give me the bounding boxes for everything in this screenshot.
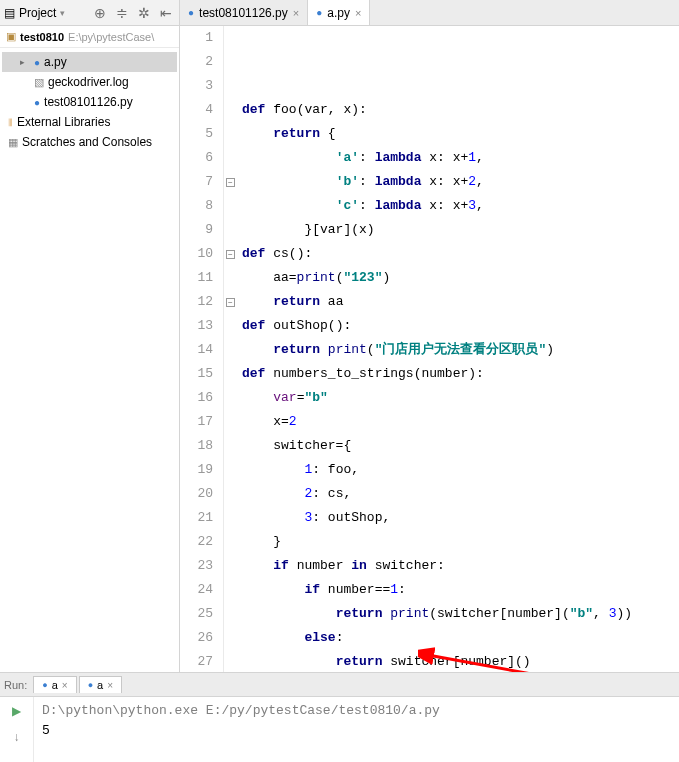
scroll-down-button[interactable]: ↓ (7, 727, 27, 747)
run-tab-label: a (97, 679, 103, 691)
library-icon: ⫴ (8, 116, 13, 129)
code-line[interactable]: def cs(): (242, 242, 679, 266)
code-line[interactable]: return print("门店用户无法查看分区职员") (242, 338, 679, 362)
project-name: test0810 (20, 31, 64, 43)
tree-root-scratches-and-consoles[interactable]: ▦Scratches and Consoles (2, 132, 177, 152)
project-tool-header: ▤ Project ▾ ⊕ ≑ ✲ ⇤ (0, 0, 179, 26)
fold-gutter: −−− (224, 26, 238, 672)
code-line[interactable]: 3: outShop, (242, 506, 679, 530)
code-line[interactable]: def numbers_to_strings(number): (242, 362, 679, 386)
code-area[interactable]: def foo(var, x): return { 'a': lambda x:… (238, 26, 679, 672)
fold-toggle[interactable]: − (226, 298, 235, 307)
code-line[interactable]: if number==1: (242, 578, 679, 602)
fold-toggle[interactable]: − (226, 250, 235, 259)
project-icon: ▤ (4, 6, 15, 20)
project-path: E:\py\pytestCase\ (68, 31, 154, 43)
tree-item-label: test08101126.py (44, 95, 133, 109)
code-line[interactable]: else: (242, 626, 679, 650)
code-line[interactable]: aa=print("123") (242, 266, 679, 290)
python-file-icon: ● (188, 7, 194, 18)
tree-root-external-libraries[interactable]: ⫴External Libraries (2, 112, 177, 132)
code-line[interactable]: x=2 (242, 410, 679, 434)
code-line[interactable]: 1: foo, (242, 458, 679, 482)
tree-item-label: Scratches and Consoles (22, 135, 152, 149)
code-line[interactable]: return aa (242, 290, 679, 314)
tree-item-a-py[interactable]: ▸●a.py (2, 52, 177, 72)
tab-label: test08101126.py (199, 6, 288, 20)
tab-label: a.py (327, 6, 350, 20)
tree-item-geckodriver-log[interactable]: ▧geckodriver.log (2, 72, 177, 92)
python-file-icon: ● (34, 97, 40, 108)
python-file-icon: ● (316, 7, 322, 18)
code-line[interactable]: return switcher[number]() (242, 650, 679, 672)
code-line[interactable]: def outShop(): (242, 314, 679, 338)
code-line[interactable]: var="b" (242, 386, 679, 410)
close-icon[interactable]: × (293, 7, 299, 19)
tree-item-test08101126-py[interactable]: ●test08101126.py (2, 92, 177, 112)
gear-icon[interactable]: ✲ (135, 4, 153, 22)
output-line: D:\python\python.exe E:/py/pytestCase/te… (42, 701, 671, 721)
code-line[interactable]: switcher={ (242, 434, 679, 458)
run-output[interactable]: D:\python\python.exe E:/py/pytestCase/te… (34, 697, 679, 762)
code-editor[interactable]: 1234567891011121314151617181920212223242… (180, 26, 679, 672)
target-icon[interactable]: ⊕ (91, 4, 109, 22)
code-line[interactable]: }[var](x) (242, 218, 679, 242)
tab-test08101126-py[interactable]: ●test08101126.py× (180, 0, 308, 25)
run-tab-label: a (52, 679, 58, 691)
run-tabs-bar: Run: ●a×●a× (0, 673, 679, 697)
expand-arrow-icon[interactable]: ▸ (20, 57, 30, 67)
run-tab-a[interactable]: ●a× (79, 676, 122, 693)
line-gutter: 1234567891011121314151617181920212223242… (180, 26, 224, 672)
project-sidebar: ▤ Project ▾ ⊕ ≑ ✲ ⇤ ▣ test0810 E:\py\pyt… (0, 0, 180, 672)
code-line[interactable]: } (242, 530, 679, 554)
close-icon[interactable]: × (62, 680, 68, 691)
editor-pane: ●test08101126.py×●a.py× 1234567891011121… (180, 0, 679, 672)
code-line[interactable]: 'c': lambda x: x+3, (242, 194, 679, 218)
output-line: 5 (42, 721, 671, 741)
tree-item-label: External Libraries (17, 115, 110, 129)
run-tab-a[interactable]: ●a× (33, 676, 76, 693)
code-line[interactable]: 2: cs, (242, 482, 679, 506)
code-line[interactable]: return { (242, 122, 679, 146)
chevron-down-icon: ▾ (60, 8, 65, 18)
scratch-icon: ▦ (8, 136, 18, 149)
run-button[interactable]: ▶ (7, 701, 27, 721)
python-file-icon: ● (34, 57, 40, 68)
fold-toggle[interactable]: − (226, 178, 235, 187)
code-line[interactable]: 'a': lambda x: x+1, (242, 146, 679, 170)
run-toolbar: ▶ ↓ (0, 697, 34, 762)
project-tree: ▸●a.py▧geckodriver.log●test08101126.py⫴E… (0, 48, 179, 672)
hide-icon[interactable]: ⇤ (157, 4, 175, 22)
editor-tabs: ●test08101126.py×●a.py× (180, 0, 679, 26)
python-file-icon: ● (88, 680, 93, 690)
project-title[interactable]: ▤ Project ▾ (4, 6, 87, 20)
folder-icon: ▣ (6, 30, 16, 43)
file-icon: ▧ (34, 76, 44, 89)
tab-a-py[interactable]: ●a.py× (308, 0, 370, 25)
run-label: Run: (4, 679, 27, 691)
code-line[interactable]: if number in switcher: (242, 554, 679, 578)
tree-item-label: geckodriver.log (48, 75, 129, 89)
run-panel: Run: ●a×●a× ▶ ↓ D:\python\python.exe E:/… (0, 672, 679, 762)
tree-item-label: a.py (44, 55, 67, 69)
expand-icon[interactable]: ≑ (113, 4, 131, 22)
breadcrumb[interactable]: ▣ test0810 E:\py\pytestCase\ (0, 26, 179, 48)
code-line[interactable]: def foo(var, x): (242, 98, 679, 122)
code-line[interactable]: 'b': lambda x: x+2, (242, 170, 679, 194)
python-file-icon: ● (42, 680, 47, 690)
close-icon[interactable]: × (107, 680, 113, 691)
close-icon[interactable]: × (355, 7, 361, 19)
code-line[interactable]: return print(switcher[number]("b", 3)) (242, 602, 679, 626)
